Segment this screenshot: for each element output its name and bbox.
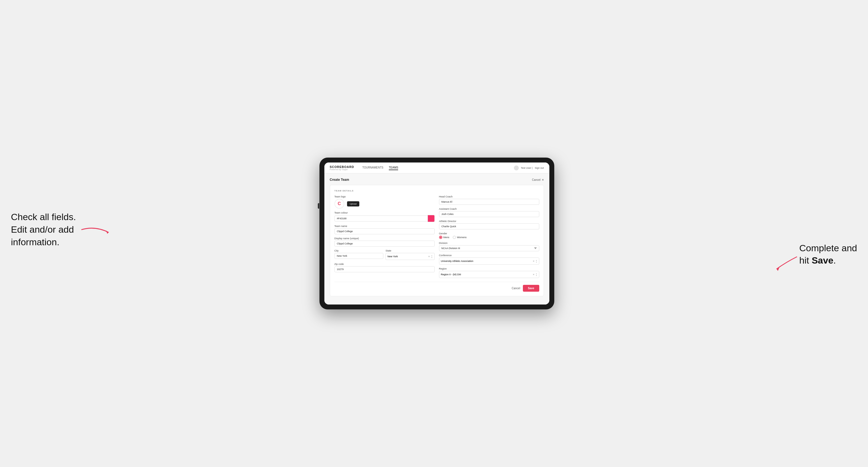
- city-state-group: City State New York ✕: [335, 249, 435, 260]
- assistant-coach-input[interactable]: [439, 211, 539, 217]
- team-logo-label: Team logo: [335, 195, 435, 198]
- nav-links: TOURNAMENTS TEAMS: [362, 165, 514, 170]
- app-logo: SCOREBOARD: [330, 165, 354, 168]
- athletic-director-label: Athletic Director: [439, 220, 539, 223]
- state-clear-icon[interactable]: ✕: [428, 255, 430, 258]
- section-label: TEAM DETAILS: [335, 190, 539, 192]
- form-left: Team logo C Upload Team colour: [335, 195, 435, 278]
- city-field: City: [335, 249, 383, 260]
- top-cancel-link[interactable]: Cancel ✕: [532, 178, 544, 181]
- annotation-left-line2: Edit and/or add: [11, 224, 74, 235]
- nav-tournaments[interactable]: TOURNAMENTS: [362, 165, 383, 170]
- logo-preview: C: [335, 199, 344, 209]
- womens-label: Womens: [457, 236, 467, 239]
- zip-label: Zip code: [335, 263, 435, 266]
- cancel-button[interactable]: Cancel: [512, 287, 520, 290]
- chevron-down-icon: ▼: [431, 257, 433, 258]
- gender-womens-radio[interactable]: Womens: [453, 236, 467, 239]
- region-chevron-down-icon: ▼: [536, 275, 537, 276]
- form-right: Head Coach Assistant Coach Athletic Dire…: [439, 195, 539, 278]
- gender-field: Gender Mens Womens: [439, 232, 539, 239]
- division-field: Division NCAA Division III: [439, 242, 539, 251]
- region-field: Region Region II - (M) DIII ✕ ▲ ▼: [439, 268, 539, 278]
- annotation-right-line1: Complete and: [799, 243, 857, 253]
- form-grid: Team logo C Upload Team colour: [335, 195, 539, 278]
- conference-value: University Athletic Association: [441, 260, 473, 262]
- color-field-wrap: [335, 215, 435, 222]
- mens-label: Mens: [443, 236, 450, 239]
- region-clear-icon[interactable]: ✕: [533, 273, 535, 276]
- user-label: Test User |: [521, 166, 533, 169]
- womens-radio-dot: [453, 236, 456, 239]
- color-swatch[interactable]: [428, 215, 435, 222]
- close-icon: ✕: [542, 178, 544, 181]
- division-label: Division: [439, 242, 539, 244]
- region-label: Region: [439, 268, 539, 270]
- conference-label: Conference: [439, 254, 539, 257]
- team-name-label: Team name: [335, 225, 435, 227]
- annotation-right-bold: Save: [812, 255, 833, 266]
- conference-select[interactable]: University Athletic Association ✕ ▲ ▼: [439, 257, 539, 264]
- annotation-left-line1: Check all fields.: [11, 212, 76, 222]
- zip-input[interactable]: [335, 266, 435, 272]
- arrow-right: [772, 254, 800, 273]
- conf-chevron-up-icon: ▲: [536, 259, 537, 261]
- logo-subtitle: Powered by clippd: [330, 168, 354, 170]
- annotation-right-end: .: [833, 255, 836, 266]
- division-select[interactable]: NCAA Division III: [439, 245, 539, 251]
- chevron-up-icon: ▲: [431, 255, 433, 256]
- save-button[interactable]: Save: [523, 285, 539, 292]
- region-value: Region II - (M) DIII: [441, 273, 461, 276]
- head-coach-field: Head Coach: [439, 195, 539, 205]
- signout-link[interactable]: Sign out: [535, 166, 544, 169]
- mens-radio-dot: [439, 236, 442, 239]
- state-label: State: [385, 249, 435, 252]
- conference-clear-icon[interactable]: ✕: [533, 260, 535, 262]
- athletic-director-input[interactable]: [439, 223, 539, 229]
- state-select[interactable]: New York ✕ ▲ ▼: [385, 253, 435, 260]
- team-colour-input[interactable]: [335, 216, 428, 221]
- assistant-coach-field: Assistant Coach: [439, 208, 539, 217]
- annotation-right-line2: hit: [799, 255, 811, 266]
- head-coach-input[interactable]: [439, 199, 539, 205]
- page-content: Create Team Cancel ✕ TEAM DETAILS Team l: [324, 174, 549, 305]
- team-logo-field: Team logo C Upload: [335, 195, 435, 209]
- region-select[interactable]: Region II - (M) DIII ✕ ▲ ▼: [439, 271, 539, 278]
- head-coach-label: Head Coach: [439, 195, 539, 198]
- conf-chevron-down-icon: ▼: [536, 261, 537, 263]
- assistant-coach-label: Assistant Coach: [439, 208, 539, 210]
- gender-mens-radio[interactable]: Mens: [439, 236, 450, 239]
- display-name-field: Display name (unique): [335, 237, 435, 247]
- gender-label: Gender: [439, 232, 539, 235]
- logo-area: SCOREBOARD Powered by clippd: [330, 165, 354, 170]
- nav-right: Test User | Sign out: [514, 165, 544, 170]
- region-chevron-up-icon: ▲: [536, 273, 537, 275]
- city-input[interactable]: [335, 253, 383, 259]
- display-name-input[interactable]: [335, 241, 435, 247]
- conference-field: Conference University Athletic Associati…: [439, 254, 539, 264]
- zip-field: Zip code: [335, 263, 435, 272]
- user-avatar: [514, 165, 519, 170]
- form-footer: Cancel Save: [335, 282, 539, 292]
- city-label: City: [335, 249, 383, 252]
- team-colour-label: Team colour: [335, 211, 435, 214]
- page-title-bar: Create Team Cancel ✕: [330, 178, 544, 182]
- arrow-left: [79, 223, 112, 237]
- display-name-label: Display name (unique): [335, 237, 435, 240]
- team-name-field: Team name: [335, 225, 435, 234]
- athletic-director-field: Athletic Director: [439, 220, 539, 229]
- navbar: SCOREBOARD Powered by clippd TOURNAMENTS…: [324, 162, 549, 174]
- svg-marker-0: [106, 230, 109, 234]
- team-colour-field: Team colour: [335, 211, 435, 222]
- annotation-left-line3: information.: [11, 237, 60, 247]
- logo-upload-area: C Upload: [335, 199, 435, 209]
- state-value: New York: [388, 255, 398, 258]
- gender-radio-group: Mens Womens: [439, 236, 539, 239]
- form-card: TEAM DETAILS Team logo C Upload: [330, 185, 544, 296]
- upload-button[interactable]: Upload: [347, 201, 359, 207]
- state-field: State New York ✕ ▲ ▼: [385, 249, 435, 260]
- team-name-input[interactable]: [335, 228, 435, 234]
- city-state-row: City State New York ✕: [335, 249, 435, 260]
- nav-teams[interactable]: TEAMS: [389, 165, 398, 170]
- page-title: Create Team: [330, 178, 349, 182]
